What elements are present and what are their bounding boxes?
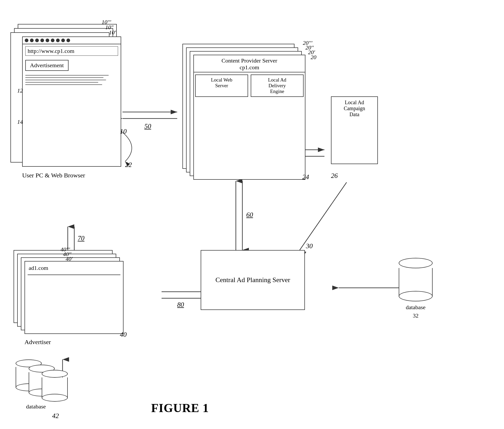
local-ad-delivery-box: Local AdDeliveryEngine [251, 74, 304, 97]
browser-content-lines [25, 75, 118, 85]
label-60: 60 [246, 211, 253, 219]
browser-dot-8 [61, 39, 65, 42]
figure-caption: FIGURE 1 [151, 401, 209, 415]
svg-line-19 [300, 182, 347, 250]
label-14: 14 [17, 119, 23, 125]
diagram: http://www.cp1.com Advertisement 10''' 1… [0, 0, 504, 429]
browser-dot-1 [25, 39, 28, 42]
browser-dot-3 [35, 39, 39, 42]
database-32-container: database 32 [399, 258, 433, 319]
label-10: 10 [120, 128, 127, 135]
label-20: 20 [311, 54, 316, 61]
advertiser-db-3 [42, 370, 68, 398]
advertiser-url: ad1.com [25, 262, 123, 275]
advertiser-label: Advertiser [24, 339, 51, 346]
advertiser-window: ad1.com [24, 261, 124, 334]
central-ad-planning-server: Central Ad Planning Server [201, 250, 305, 310]
database-32-label: database [399, 304, 433, 311]
label-70: 70 [78, 234, 84, 242]
label-26: 26 [331, 172, 338, 180]
label-80: 80 [177, 301, 184, 309]
label-40: 40 [120, 331, 127, 339]
database-42-label: database [26, 403, 46, 410]
browser-dot-9 [66, 39, 70, 42]
local-web-server-box: Local WebServer [195, 74, 248, 97]
content-provider-server: Content Provider Server cp1.com Local We… [193, 55, 305, 180]
advertisement-box: Advertisement [25, 60, 69, 71]
browser-url: http://www.cp1.com [25, 46, 118, 56]
label-50: 50 [144, 122, 151, 130]
user-pc-label: User PC & Web Browser [22, 172, 85, 179]
label-32: 32 [399, 312, 433, 319]
browser-dot-5 [46, 39, 49, 42]
label-30: 30 [306, 242, 313, 250]
cp-title-line1: Content Provider Server [222, 57, 277, 64]
browser-toolbar [23, 37, 121, 44]
cp-inner-boxes: Local WebServer Local AdDeliveryEngine [194, 72, 305, 99]
label-42: 42 [52, 412, 59, 420]
campaign-data-box: Local AdCampaignData [331, 96, 378, 164]
browser-dot-6 [51, 39, 54, 42]
label-22: 22 [125, 161, 132, 169]
cp-title-line2: cp1.com [239, 64, 259, 71]
browser-window: http://www.cp1.com Advertisement [22, 36, 121, 167]
label-40p: 40′ [66, 256, 73, 262]
label-24: 24 [302, 173, 309, 181]
browser-dot-7 [56, 39, 60, 42]
cp-server-title: Content Provider Server cp1.com [194, 55, 305, 72]
label-10p: 10' [109, 29, 116, 36]
browser-dot-4 [40, 39, 44, 42]
browser-dot-2 [30, 39, 34, 42]
label-12: 12 [17, 87, 23, 94]
central-server-text: Central Ad Planning Server [216, 276, 290, 284]
